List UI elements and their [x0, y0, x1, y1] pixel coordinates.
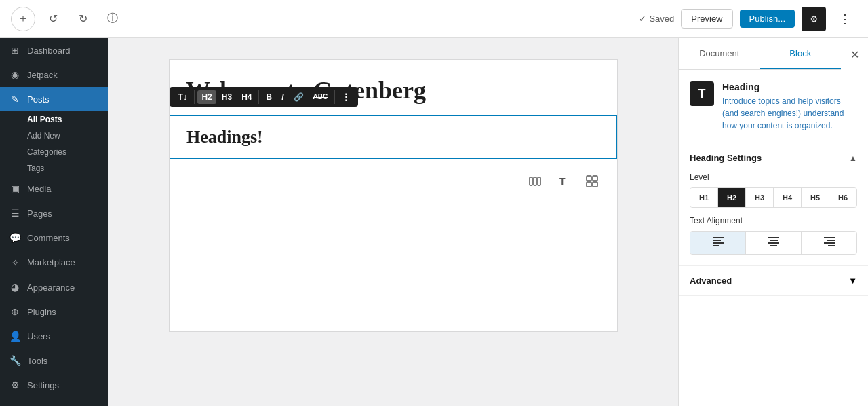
paragraph-transform-button[interactable]: T↓	[174, 90, 191, 104]
submenu-item-all-posts[interactable]: All Posts	[27, 111, 108, 128]
sidebar-item-label: Tools	[27, 356, 47, 366]
tab-block[interactable]: Block	[760, 39, 842, 69]
comments-icon: 💬	[9, 232, 20, 243]
align-left-button[interactable]	[690, 232, 746, 254]
level-h3-button[interactable]: H3	[746, 188, 774, 207]
level-h6-button[interactable]: H6	[829, 188, 856, 207]
svg-rect-16	[824, 237, 835, 238]
block-info-text: Heading Introduce topics and help visito…	[722, 81, 857, 132]
sidebar-item-posts[interactable]: ✎ Posts	[0, 87, 108, 111]
posts-icon: ✎	[9, 94, 20, 105]
add-block-button[interactable]: ＋	[11, 7, 35, 31]
marketplace-icon: ⟡	[9, 257, 20, 268]
svg-rect-19	[828, 245, 835, 246]
heading-text[interactable]: Headings!	[170, 116, 616, 158]
top-toolbar: ＋ ↺ ↻ ⓘ ✓ Saved Preview Publish... ⚙ ⋮	[0, 0, 868, 38]
level-h4-button[interactable]: H4	[774, 188, 802, 207]
svg-rect-4	[587, 176, 591, 181]
sidebar-item-settings[interactable]: ⚙ Settings	[0, 373, 108, 397]
align-left-icon	[713, 237, 724, 246]
sidebar-item-pages[interactable]: ☰ Pages	[0, 201, 108, 225]
heading-block[interactable]: Headings!	[170, 115, 617, 159]
heading-h2-button[interactable]: H2	[197, 90, 216, 104]
saved-label: Saved	[649, 14, 674, 24]
submenu-item-categories[interactable]: Categories	[27, 144, 108, 160]
publish-button[interactable]: Publish...	[740, 10, 795, 28]
panel-close-button[interactable]: ✕	[841, 38, 868, 71]
svg-rect-13	[770, 240, 778, 241]
main-layout: ⊞ Dashboard ◉ Jetpack ✎ Posts All Posts …	[0, 38, 868, 406]
level-h2-button[interactable]: H2	[718, 188, 746, 207]
appearance-icon: ◕	[9, 282, 20, 293]
italic-button[interactable]: I	[277, 90, 288, 104]
heading-h4-button[interactable]: H4	[237, 90, 256, 104]
settings-button[interactable]: ⚙	[802, 7, 826, 31]
grid-button[interactable]	[583, 172, 601, 192]
right-panel: Document Block ✕ T Heading Introduce top…	[678, 38, 868, 406]
heading-block-toolbar: T↓ H2 H3 H4 B I 🔗 ABC ⋮	[170, 87, 358, 107]
bold-button[interactable]: B	[262, 90, 276, 104]
toolbar-right: ✓ Saved Preview Publish... ⚙ ⋮	[639, 7, 857, 31]
strikethrough-button[interactable]: ABC	[309, 91, 332, 103]
sidebar-item-marketplace[interactable]: ⟡ Marketplace	[0, 250, 108, 275]
level-buttons: H1 H2 H3 H4 H5 H6	[690, 187, 857, 208]
chevron-down-icon: ▼	[848, 276, 857, 286]
vertical-dots-icon: ⋮	[839, 12, 851, 26]
columns-icon	[529, 175, 541, 187]
undo-button[interactable]: ↺	[41, 7, 65, 31]
close-icon: ✕	[850, 48, 859, 61]
svg-rect-10	[713, 242, 724, 244]
grid-icon	[586, 175, 598, 187]
preview-button[interactable]: Preview	[681, 9, 732, 29]
tools-icon: 🔧	[9, 355, 20, 366]
heading-settings-header[interactable]: Heading Settings ▲	[679, 143, 868, 172]
tab-document[interactable]: Document	[679, 39, 760, 69]
sidebar-item-jetpack[interactable]: ◉ Jetpack	[0, 62, 108, 87]
level-h1-button[interactable]: H1	[690, 188, 718, 207]
svg-rect-2	[538, 177, 540, 185]
sidebar-item-appearance[interactable]: ◕ Appearance	[0, 275, 108, 299]
users-icon: 👤	[9, 331, 20, 342]
info-button[interactable]: ⓘ	[100, 7, 125, 31]
link-button[interactable]: 🔗	[290, 90, 308, 104]
sidebar-item-comments[interactable]: 💬 Comments	[0, 225, 108, 250]
heading-h3-button[interactable]: H3	[218, 90, 236, 104]
redo-icon: ↻	[79, 12, 87, 25]
advanced-header[interactable]: Advanced ▼	[679, 266, 868, 295]
sidebar: ⊞ Dashboard ◉ Jetpack ✎ Posts All Posts …	[0, 38, 108, 406]
columns-icon-button[interactable]	[526, 172, 544, 192]
align-right-button[interactable]	[802, 232, 856, 254]
plugins-icon: ⊕	[9, 306, 20, 317]
submenu-item-add-new[interactable]: Add New	[27, 128, 108, 144]
sidebar-item-label: Pages	[27, 208, 52, 219]
heading-settings-section: Heading Settings ▲ Level H1 H2 H3 H4 H5 …	[679, 143, 868, 266]
saved-status: ✓ Saved	[639, 14, 674, 24]
text-block-button[interactable]: T	[555, 172, 572, 192]
block-type-icon: T	[690, 81, 714, 106]
sidebar-item-tools[interactable]: 🔧 Tools	[0, 348, 108, 373]
text-icon: T	[557, 175, 570, 187]
svg-rect-0	[530, 177, 532, 185]
sidebar-item-dashboard[interactable]: ⊞ Dashboard	[0, 38, 108, 62]
sidebar-item-label: Posts	[27, 94, 50, 105]
align-center-icon	[768, 237, 779, 246]
block-controls: T	[170, 164, 617, 200]
level-h5-button[interactable]: H5	[802, 188, 829, 207]
toolbar-left: ＋ ↺ ↻ ⓘ	[11, 7, 125, 31]
svg-text:T: T	[559, 176, 566, 187]
panel-tabs: Document Block	[679, 39, 841, 70]
svg-rect-15	[770, 245, 777, 246]
more-options-button[interactable]: ⋮	[833, 7, 857, 31]
sidebar-item-plugins[interactable]: ⊕ Plugins	[0, 299, 108, 324]
submenu-item-tags[interactable]: Tags	[27, 160, 108, 177]
redo-button[interactable]: ↻	[71, 7, 95, 31]
more-toolbar-button[interactable]: ⋮	[338, 90, 354, 104]
sidebar-item-media[interactable]: ▣ Media	[0, 177, 108, 201]
editor-area: Welcome to Gutenberg T↓ H2 H3 H4 B I 🔗 A…	[108, 38, 678, 406]
sidebar-item-users[interactable]: 👤 Users	[0, 324, 108, 348]
sidebar-item-label: Jetpack	[27, 70, 58, 80]
svg-rect-12	[768, 237, 779, 238]
chevron-up-icon: ▲	[849, 153, 857, 163]
align-center-button[interactable]	[746, 232, 802, 254]
toolbar-separator-3	[334, 90, 335, 104]
